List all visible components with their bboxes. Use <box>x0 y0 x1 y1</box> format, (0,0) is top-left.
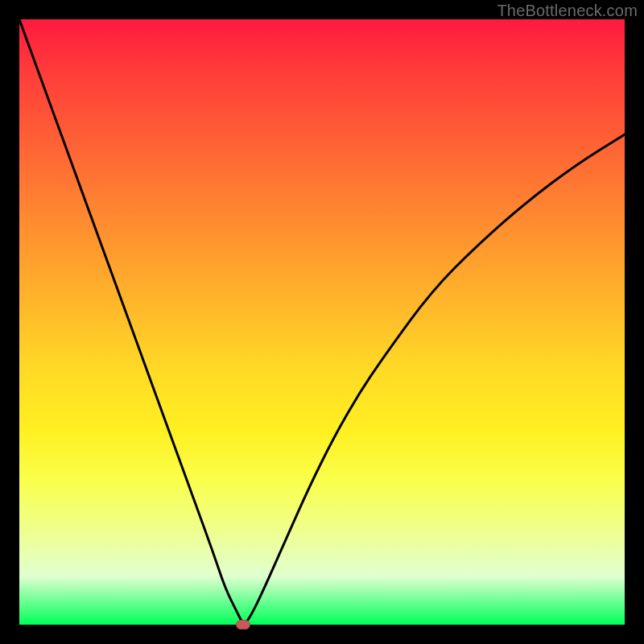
optimum-marker <box>236 620 250 630</box>
watermark-text: TheBottleneck.com <box>497 2 638 20</box>
chart-frame: TheBottleneck.com <box>0 0 644 644</box>
bottleneck-curve <box>19 19 625 625</box>
